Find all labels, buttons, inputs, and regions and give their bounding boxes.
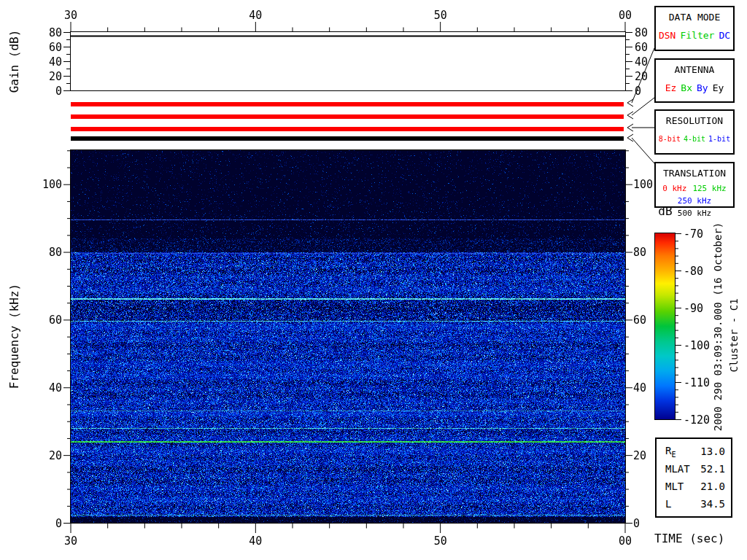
resolution-title: RESOLUTION <box>656 115 733 126</box>
tick-label: 40 <box>635 55 648 69</box>
tick-label: 20 <box>633 449 646 462</box>
tick-label: 60 <box>635 41 648 54</box>
option-8-bit: 8-bit <box>659 135 681 143</box>
option-by: By <box>697 82 708 93</box>
gain-axis-label: Gain (dB) <box>7 10 22 112</box>
tick-label: 50 <box>434 9 447 22</box>
ephemeris-row-mlat: MLAT52.1 <box>665 460 725 478</box>
tick-label: 40 <box>49 381 62 394</box>
tick-label: 0 <box>635 85 641 98</box>
option-500-khz: 500 kHz <box>678 208 711 219</box>
antenna-title: ANTENNA <box>656 64 733 75</box>
time-axis-label: TIME (sec) <box>654 532 724 545</box>
tick-label: 40 <box>633 381 646 394</box>
ephemeris-value: 21.0 <box>700 481 725 492</box>
status-bar-translation <box>71 136 624 141</box>
ephemeris-label: L <box>665 498 671 510</box>
antenna-options: EzBxByEy <box>656 82 733 93</box>
tick-label: 30 <box>64 534 77 548</box>
option-dc: DC <box>719 30 730 41</box>
ephemeris-row-mlt: MLT21.0 <box>665 478 725 495</box>
tick-label: 80 <box>635 26 648 39</box>
option-ey: Ey <box>713 82 724 93</box>
tick-label: 0 <box>633 517 640 530</box>
tick-label: 100 <box>633 178 653 191</box>
tick-label: 40 <box>249 534 262 548</box>
frequency-axis-label: Frequency (kHz) <box>7 263 22 409</box>
tick-label: 20 <box>49 449 62 462</box>
antenna-panel: ANTENNA EzBxByEy <box>654 58 735 103</box>
tick-label: -90 <box>684 302 703 315</box>
option-0-khz: 0 kHz <box>662 183 686 194</box>
tick-label: 00 <box>619 9 632 22</box>
translation-options: 0 kHz125 kHz250 kHz500 kHz <box>656 183 733 219</box>
tick-label: -70 <box>684 228 703 241</box>
translation-title: TRANSLATION <box>656 168 733 179</box>
status-bar-data-mode <box>71 102 624 106</box>
ephemeris-value: 13.0 <box>700 446 725 457</box>
colorbar-gradient <box>655 233 675 419</box>
status-bar-antenna <box>71 114 624 119</box>
translation-panel: TRANSLATION 0 kHz125 kHz250 kHz500 kHz <box>654 162 735 208</box>
tick-label: 40 <box>249 9 262 22</box>
tick-label: 60 <box>49 314 62 327</box>
resolution-panel: RESOLUTION 8-bit4-bit1-bit <box>654 109 735 155</box>
option-1-bit: 1-bit <box>708 135 730 143</box>
tick-label: 0 <box>55 85 62 98</box>
tick-label: 100 <box>42 178 62 191</box>
tick-label: 60 <box>49 41 62 54</box>
ephemeris-row-l: L34.5 <box>665 495 725 513</box>
wbd-spectrogram-window: 3030404050500000002020404060608080002020… <box>0 0 747 560</box>
datetime-label: 2000 290 03:09:30.000 (16 October) <box>711 217 725 436</box>
status-bar-resolution <box>71 127 624 131</box>
data-mode-title: DATA MODE <box>656 12 733 23</box>
ephemeris-row-r: RE13.0 <box>665 443 725 460</box>
tick-label: 00 <box>619 534 632 548</box>
tick-label: 40 <box>49 55 62 69</box>
tick-label: 30 <box>64 9 77 22</box>
option-dsn: DSN <box>659 30 676 41</box>
option-4-bit: 4-bit <box>684 135 705 143</box>
data-mode-options: DSNFilterDC <box>656 30 733 41</box>
tick-label: 80 <box>49 246 62 259</box>
tick-label: 50 <box>434 534 447 548</box>
tick-label: 20 <box>635 70 648 83</box>
tick-label: -80 <box>684 265 703 278</box>
tick-label: -100 <box>684 339 710 352</box>
ephemeris-value: 34.5 <box>700 498 725 510</box>
tick-label: 60 <box>633 314 646 327</box>
ephemeris-label: RE <box>665 445 676 459</box>
ephemeris-label: MLAT <box>665 463 690 475</box>
option-125-khz: 125 kHz <box>692 183 726 194</box>
spacecraft-label: Cluster - C1 <box>727 262 741 408</box>
tick-label: -120 <box>684 413 710 427</box>
tick-label: 80 <box>49 26 62 39</box>
option-250-khz: 250 kHz <box>678 195 711 206</box>
resolution-options: 8-bit4-bit1-bit <box>656 135 733 143</box>
spectrogram-canvas <box>71 150 625 523</box>
option-ez: Ez <box>665 82 677 93</box>
tick-label: 80 <box>633 246 646 259</box>
ephemeris-value: 52.1 <box>700 463 725 475</box>
data-mode-panel: DATA MODE DSNFilterDC <box>654 6 735 51</box>
option-bx: Bx <box>681 82 692 93</box>
ephemeris-panel: RE13.0MLAT52.1MLT21.0L34.5 <box>655 438 732 518</box>
tick-label: 0 <box>55 517 62 530</box>
tick-label: -110 <box>684 376 710 389</box>
ephemeris-label: MLT <box>665 481 684 492</box>
tick-label: 20 <box>49 70 62 83</box>
option-filter: Filter <box>680 30 714 41</box>
